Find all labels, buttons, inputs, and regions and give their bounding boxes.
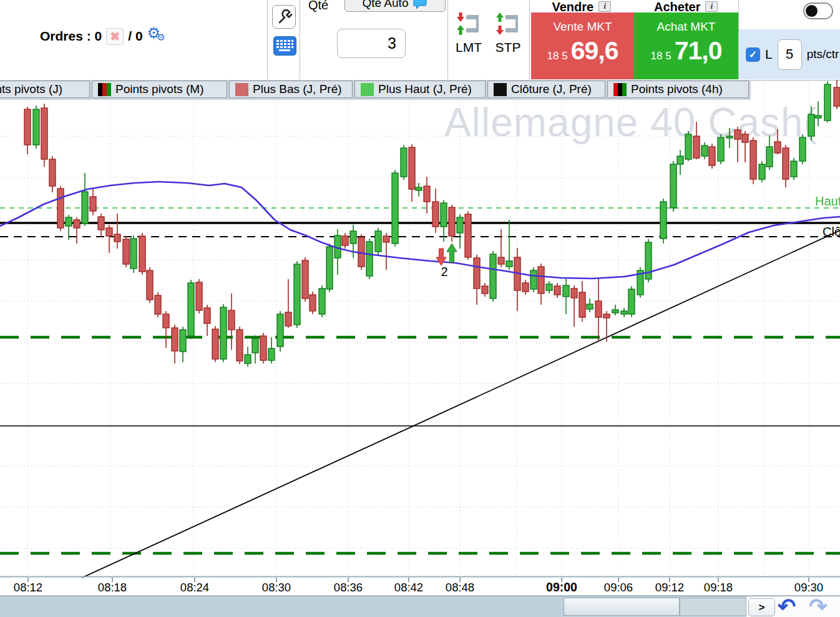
candle bbox=[106, 228, 112, 236]
candle bbox=[139, 236, 145, 272]
trade-headers: Vendre i Acheter i bbox=[529, 0, 738, 12]
candle bbox=[180, 330, 186, 352]
buy-price: 71,0 bbox=[675, 36, 722, 66]
buy-info-icon[interactable]: i bbox=[705, 1, 718, 12]
panel-toggle-switch[interactable] bbox=[803, 2, 833, 19]
candle bbox=[49, 159, 56, 186]
candle bbox=[424, 186, 430, 202]
axis-label: 09:18 bbox=[704, 581, 733, 595]
candle bbox=[693, 136, 700, 158]
legend-item[interactable]: Points pivots (M) bbox=[92, 81, 227, 98]
candle bbox=[220, 307, 227, 359]
candle bbox=[260, 336, 266, 360]
candle bbox=[392, 173, 398, 244]
candle bbox=[645, 242, 652, 279]
buy-market-label: Achat MKT bbox=[657, 20, 716, 34]
axis-label: 09:00 bbox=[546, 580, 577, 595]
candle bbox=[670, 164, 676, 208]
candle bbox=[268, 348, 275, 360]
candle bbox=[595, 301, 602, 317]
legend-item-label: Points pivots (4h) bbox=[631, 82, 723, 96]
sell-header: Vendre i bbox=[529, 0, 634, 12]
lmt-order-button[interactable]: LMT bbox=[451, 11, 487, 55]
candle bbox=[726, 136, 733, 138]
toggle-knob bbox=[806, 5, 818, 17]
tools-button[interactable] bbox=[272, 5, 296, 29]
stp-order-button[interactable]: STP bbox=[490, 11, 526, 55]
buy-price-prefix: 18 5 bbox=[651, 50, 672, 62]
candle bbox=[57, 189, 64, 228]
candle bbox=[310, 295, 316, 311]
stop-loss-checkbox[interactable]: ✓ bbox=[746, 47, 760, 62]
scrollbar-track-segment bbox=[680, 598, 746, 616]
candle bbox=[474, 258, 480, 289]
candle bbox=[342, 236, 348, 245]
candle bbox=[612, 310, 618, 313]
candle bbox=[587, 304, 593, 309]
candle bbox=[465, 214, 471, 257]
stop-loss-unit: pts/ctr bbox=[807, 47, 839, 61]
qty-auto-label: Qté Auto bbox=[363, 0, 409, 10]
candle bbox=[82, 192, 88, 224]
candle bbox=[701, 146, 708, 156]
candle bbox=[538, 267, 544, 294]
candle bbox=[33, 109, 39, 145]
qty-auto-button[interactable]: Qté Auto bbox=[344, 0, 446, 12]
price-chart[interactable]: Allemagne 40 Cash(2HautClô bbox=[0, 80, 840, 578]
candle bbox=[401, 148, 407, 177]
qty-label: Qté bbox=[308, 0, 328, 12]
series-color-icon bbox=[494, 83, 507, 96]
sell-price: 69,6 bbox=[571, 36, 618, 66]
candle bbox=[677, 156, 683, 164]
keyboard-button[interactable] bbox=[273, 36, 296, 56]
cancel-orders-icon[interactable]: ✖ bbox=[106, 28, 124, 45]
legend-item[interactable]: Clôture (J, Pré) bbox=[487, 81, 605, 98]
candle bbox=[750, 141, 756, 179]
candle bbox=[409, 147, 415, 189]
legend-item-label: Clôture (J, Pré) bbox=[511, 82, 592, 96]
candle bbox=[449, 207, 455, 236]
plus-haut-line-label: Haut bbox=[815, 194, 840, 208]
candle bbox=[742, 134, 748, 142]
candle bbox=[482, 286, 488, 294]
buy-market-button[interactable]: Achat MKT 18 5 71,0 bbox=[634, 12, 738, 79]
candle bbox=[628, 289, 635, 314]
candle bbox=[709, 147, 715, 165]
candle bbox=[685, 134, 691, 159]
candle bbox=[563, 285, 569, 297]
legend-item-label: Points pivots (J) bbox=[0, 82, 62, 96]
qty-input[interactable] bbox=[337, 29, 406, 58]
series-color-icon bbox=[361, 83, 374, 96]
stp-label: STP bbox=[496, 40, 521, 55]
scrollbar-thumb[interactable] bbox=[564, 598, 680, 616]
stop-loss-input[interactable] bbox=[778, 39, 802, 70]
candle bbox=[228, 310, 235, 330]
legend-item[interactable]: Points pivots (J) bbox=[0, 81, 90, 98]
instrument-watermark: Allemagne 40 Cash( bbox=[444, 100, 818, 145]
order-settings-icon[interactable]: ⚙⚙ bbox=[147, 26, 168, 47]
legend-item[interactable]: Plus Haut (J, Pré) bbox=[354, 81, 486, 98]
candle bbox=[603, 314, 610, 318]
candle bbox=[808, 114, 814, 136]
redo-icon[interactable]: ↷ bbox=[809, 594, 827, 617]
order-toolbar: Ordres : 0 ✖ / 0 ⚙⚙ Qté Qté Auto bbox=[0, 0, 840, 81]
chart-scrollbar: > ↶ ↷ bbox=[0, 596, 840, 617]
candle bbox=[432, 202, 439, 227]
legend-item[interactable]: Plus Bas (J, Pré) bbox=[229, 81, 353, 98]
axis-label: 09:30 bbox=[794, 581, 823, 595]
sell-info-icon[interactable]: i bbox=[598, 1, 611, 12]
scroll-right-button[interactable]: > bbox=[748, 598, 775, 616]
candle bbox=[114, 234, 120, 242]
candle bbox=[237, 330, 243, 361]
orders-count-label: Ordres : 0 bbox=[40, 29, 102, 44]
axis-label: 08:48 bbox=[446, 581, 474, 595]
undo-icon[interactable]: ↶ bbox=[778, 594, 796, 617]
candle bbox=[799, 137, 806, 161]
candle bbox=[554, 286, 560, 295]
candle bbox=[735, 130, 741, 139]
legend-item[interactable]: Points pivots (4h) bbox=[607, 81, 749, 98]
sell-market-button[interactable]: Vente MKT 18 5 69,6 bbox=[531, 12, 634, 79]
axis-label: 08:42 bbox=[394, 581, 423, 595]
sell-market-label: Vente MKT bbox=[554, 20, 612, 34]
lmt-arrows-icon bbox=[456, 11, 481, 36]
